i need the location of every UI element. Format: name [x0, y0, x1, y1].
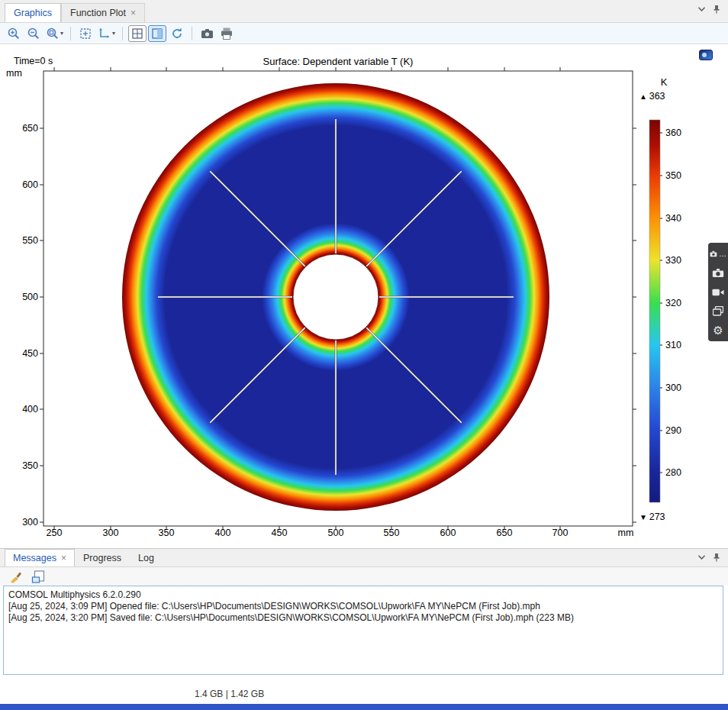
tab-progress-label: Progress — [83, 553, 121, 563]
capture-menu-icon[interactable]: … — [709, 245, 727, 263]
toolbar-separator — [192, 27, 192, 40]
surface-plot[interactable]: Time=0 s Surface: Dependent variable T (… — [0, 44, 728, 548]
tab-log-label: Log — [138, 553, 154, 563]
x-tick-label: 450 — [272, 528, 288, 538]
colorbar-tick-label: 340 — [665, 213, 681, 224]
settings-gear-icon[interactable]: ⚙ — [709, 321, 727, 339]
progress-strip — [0, 704, 728, 710]
pin-icon[interactable] — [713, 553, 720, 562]
zoom-out-icon[interactable] — [24, 24, 43, 43]
y-tick-label: 450 — [22, 348, 38, 359]
tab-log[interactable]: Log — [130, 549, 163, 566]
side-toolbar: … ⚙ — [708, 243, 728, 341]
colorbar-tick-labels: 360 350 340 330 320 310 300 290 280 — [665, 127, 681, 478]
snapshot-camera-icon[interactable] — [198, 24, 216, 43]
message-line: [Aug 25, 2024, 3:20 PM] Saved file: C:\U… — [8, 612, 718, 624]
colorbar-tick-label: 320 — [665, 298, 681, 308]
y-tick-label: 550 — [22, 235, 38, 246]
colorbar-max: ▲ 363 — [639, 91, 665, 102]
x-tick-label: 700 — [552, 528, 569, 538]
pin-icon[interactable] — [713, 5, 720, 14]
color-legend: K ▲ 363 360 350 340 330 320 310 300 290 … — [639, 76, 681, 522]
message-line: COMSOL Multiphysics 6.2.0.290 — [8, 589, 718, 601]
tab-messages[interactable]: Messages × — [5, 549, 75, 566]
zoom-box-icon[interactable]: ▾ — [44, 24, 65, 43]
y-tick-label: 350 — [22, 460, 38, 471]
y-tick-label: 500 — [22, 292, 38, 302]
x-tick-label: 350 — [159, 528, 175, 538]
plot-refresh-icon[interactable] — [168, 24, 186, 43]
layers-icon[interactable] — [709, 302, 727, 320]
y-tick-label: 650 — [22, 123, 38, 134]
colorbar-tick-label: 290 — [665, 425, 681, 436]
y-tick-label: 600 — [22, 179, 38, 190]
x-tick-label: 600 — [440, 528, 456, 538]
chevron-down-icon[interactable]: ▾ — [60, 30, 63, 37]
video-icon[interactable] — [709, 283, 727, 301]
colorbar-tick-label: 280 — [665, 467, 681, 478]
chevron-down-icon[interactable] — [698, 555, 705, 560]
tab-graphics-label: Graphics — [14, 8, 52, 18]
colorbar — [649, 120, 660, 502]
x-axis-unit: mm — [618, 528, 634, 538]
graphics-menu-icon[interactable] — [699, 50, 713, 60]
copy-icon[interactable] — [29, 567, 47, 586]
camera-icon[interactable] — [709, 264, 727, 282]
colorbar-tick-label: 330 — [665, 255, 681, 266]
comsol-window: { "colors": { "accent_blue": "#1f5bb5", … — [0, 0, 728, 710]
y-axis-unit: mm — [6, 68, 22, 79]
x-tick-label: 500 — [328, 528, 344, 538]
toolbar-separator — [122, 27, 123, 40]
plot-canvas[interactable]: Time=0 s Surface: Dependent variable T (… — [0, 44, 728, 548]
graphics-tabstrip: Graphics Function Plot × — [0, 0, 728, 23]
y-tick-label: 400 — [22, 404, 38, 415]
clear-messages-icon[interactable] — [6, 567, 24, 586]
colorbar-tick-label: 300 — [665, 382, 681, 393]
tab-function-plot[interactable]: Function Plot × — [61, 3, 145, 22]
inner-hole — [293, 254, 378, 340]
status-bar: 1.4 GB | 1.42 GB — [0, 675, 728, 704]
colorbar-tick-label: 310 — [665, 340, 681, 350]
colorbar-unit: K — [661, 76, 668, 88]
x-tick-label: 650 — [497, 528, 513, 538]
chevron-down-icon[interactable]: ▾ — [112, 30, 115, 37]
y-axis-labels: 650 600 550 500 450 400 350 300 — [22, 123, 38, 528]
message-line: [Aug 25, 2024, 3:09 PM] Opened file: C:\… — [8, 601, 718, 612]
x-tick-label: 300 — [103, 528, 119, 538]
time-label: Time=0 s — [14, 56, 53, 66]
x-tick-label: 250 — [47, 528, 63, 538]
chevron-down-icon[interactable] — [698, 7, 705, 11]
min-arrow-icon: ▼ — [639, 513, 649, 521]
messages-toolbar — [0, 567, 728, 586]
x-tick-label: 550 — [384, 528, 400, 538]
tab-graphics[interactable]: Graphics — [5, 3, 61, 22]
image-snapshot-toggle-icon[interactable] — [128, 25, 147, 42]
bottom-tabstrip: Messages × Progress Log — [0, 548, 728, 567]
zoom-in-icon[interactable] — [5, 24, 23, 43]
y-tick-label: 300 — [22, 517, 38, 528]
close-icon[interactable]: × — [130, 8, 136, 18]
tab-function-plot-label: Function Plot — [70, 8, 126, 18]
memory-usage: 1.4 GB | 1.42 GB — [195, 689, 264, 699]
tab-messages-label: Messages — [13, 553, 56, 563]
print-icon[interactable] — [217, 24, 236, 43]
graphics-toolbar: ▾ ▾ — [0, 23, 728, 44]
max-arrow-icon: ▲ — [639, 92, 649, 101]
colorbar-min: ▼ 273 — [639, 512, 665, 522]
tab-progress[interactable]: Progress — [75, 549, 130, 566]
x-axis-labels: 250 300 350 400 450 500 550 600 650 700 … — [47, 528, 634, 538]
x-tick-label: 400 — [215, 528, 231, 538]
colorbar-tick-label: 350 — [665, 170, 681, 181]
go-to-default-view-icon[interactable]: ▾ — [96, 24, 117, 43]
ellipsis-icon: … — [719, 250, 726, 258]
plot-title: Surface: Dependent variable T (K) — [263, 56, 414, 67]
colorbar-tick-label: 360 — [665, 127, 681, 138]
zoom-extents-icon[interactable] — [76, 24, 95, 43]
transparency-toggle-icon[interactable] — [148, 25, 166, 42]
messages-log: COMSOL Multiphysics 6.2.0.290 [Aug 25, 2… — [3, 586, 723, 675]
toolbar-separator — [70, 27, 71, 40]
close-icon[interactable]: × — [61, 553, 66, 563]
